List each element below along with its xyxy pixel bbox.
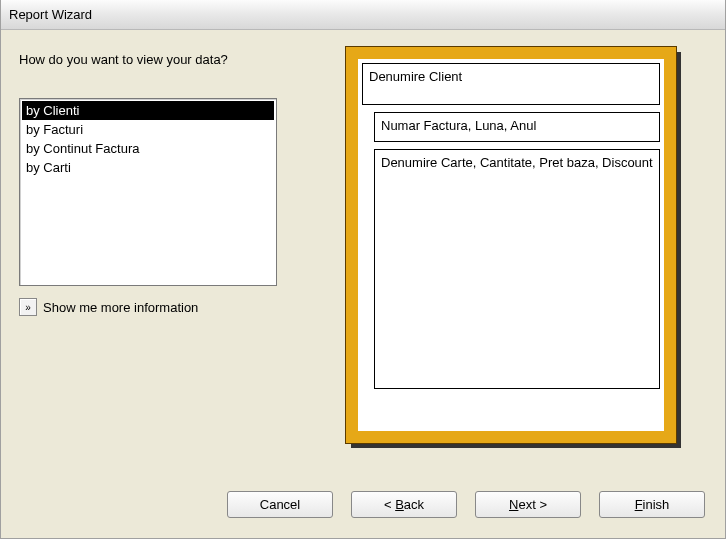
list-item-carti[interactable]: by Carti [22, 158, 274, 177]
group-level-3: Denumire Carte, Cantitate, Pret baza, Di… [374, 149, 660, 389]
next-rest: ext > [518, 497, 547, 512]
back-button[interactable]: < Back [351, 491, 457, 518]
preview-page: Denumire Client Numar Factura, Luna, Anu… [358, 59, 664, 431]
window-title: Report Wizard [9, 7, 92, 22]
back-prefix: < [384, 497, 395, 512]
wizard-content: How do you want to view your data? by Cl… [1, 30, 725, 538]
finish-button[interactable]: Finish [599, 491, 705, 518]
wizard-button-row: Cancel < Back Next > Finish [227, 491, 705, 518]
view-by-listbox[interactable]: by Clienti by Facturi by Continut Factur… [19, 98, 277, 286]
back-rest: ack [404, 497, 424, 512]
show-more-icon: » [19, 298, 37, 316]
titlebar: Report Wizard [1, 0, 725, 30]
preview-border: Denumire Client Numar Factura, Luna, Anu… [345, 46, 677, 444]
cancel-label: Cancel [260, 497, 300, 512]
list-item-clienti[interactable]: by Clienti [22, 101, 274, 120]
show-more-label: Show me more information [43, 300, 198, 315]
finish-accel: F [635, 497, 643, 512]
group-level-2: Numar Factura, Luna, Anul [374, 112, 660, 142]
grouping-preview: Denumire Client Numar Factura, Luna, Anu… [345, 46, 681, 448]
cancel-button[interactable]: Cancel [227, 491, 333, 518]
finish-rest: inish [643, 497, 670, 512]
back-accel: B [395, 497, 404, 512]
next-accel: N [509, 497, 518, 512]
group-level-1: Denumire Client [362, 63, 660, 105]
show-more-info-link[interactable]: » Show me more information [19, 298, 198, 316]
list-item-facturi[interactable]: by Facturi [22, 120, 274, 139]
next-button[interactable]: Next > [475, 491, 581, 518]
wizard-prompt: How do you want to view your data? [19, 52, 279, 69]
list-item-continut-factura[interactable]: by Continut Factura [22, 139, 274, 158]
report-wizard-window: Report Wizard How do you want to view yo… [0, 0, 726, 539]
